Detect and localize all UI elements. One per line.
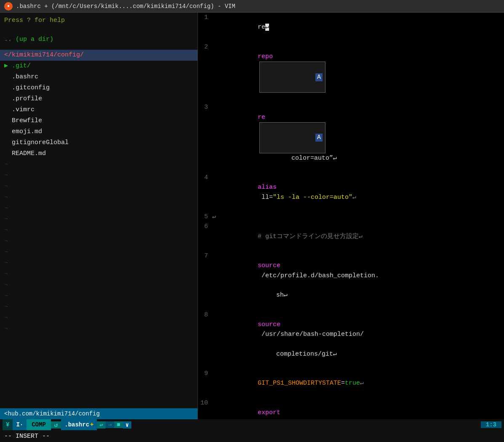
- status-reload-icon: ↺: [51, 421, 61, 429]
- file-gitignore[interactable]: gitignoreGlobal: [0, 137, 197, 148]
- current-dir[interactable]: </kimikimi714/config/: [0, 50, 197, 61]
- sidebar: Press ? for help .. (up a dir) </kimikim…: [0, 13, 198, 419]
- tilde-9: ~: [0, 247, 197, 258]
- tilde-4: ~: [0, 192, 197, 203]
- tilde-5: ~: [0, 203, 197, 214]
- tilde-16: ~: [0, 324, 197, 335]
- code-line-6: 6 # gitコマンドラインの見せ方設定↵: [198, 222, 504, 251]
- code-line-1: 1 re↵: [198, 13, 504, 42]
- code-line-2: 2 repo A: [198, 42, 504, 103]
- tilde-13: ~: [0, 291, 197, 302]
- file-gitconfig[interactable]: .gitconfig: [0, 83, 197, 94]
- file-vimrc[interactable]: .vimrc: [0, 104, 197, 115]
- tilde-3: ~: [0, 181, 197, 192]
- file-emoji[interactable]: emoji.md: [0, 126, 197, 137]
- title-text: .bashrc + (/mnt/c/Users/kimik....com/kim…: [16, 3, 235, 10]
- code-line-10: 10 export PS1='¥[¥033[32m¥]¥u@ ¥h¥[¥033[…: [198, 398, 504, 419]
- file-brewfile[interactable]: Brewfile: [0, 115, 197, 126]
- file-git[interactable]: ▶ .git/: [0, 61, 197, 72]
- code-line-5: 5 ↵: [198, 212, 504, 222]
- tilde-2: ~: [0, 170, 197, 181]
- up-dir[interactable]: .. (up a dir): [4, 36, 53, 43]
- tilde-10: ~: [0, 258, 197, 269]
- filename-text: .bashrc: [64, 421, 89, 428]
- code-line-4: 4 alias ll="ls -la --color=auto"↵: [198, 173, 504, 212]
- status-comp: COMP: [27, 419, 51, 430]
- tilde-14: ~: [0, 302, 197, 313]
- status-chevron: ∨: [123, 421, 131, 429]
- tilde-6: ~: [0, 214, 197, 225]
- editor-pane[interactable]: 1 re↵ 2 repo A 3: [198, 13, 504, 419]
- sidebar-files: </kimikimi714/config/ ▶ .git/ .bashrc .g…: [0, 48, 197, 409]
- status-yen: ¥: [3, 419, 13, 430]
- tilde-15: ~: [0, 313, 197, 324]
- status-square: ■: [114, 421, 123, 428]
- status-position: 1:3: [481, 421, 501, 428]
- status-arrow-right: →: [106, 421, 114, 428]
- tilde-12: ~: [0, 280, 197, 291]
- code-line-9: 9 GIT_PS1_SHOWDIRTYSTATE=true↵: [198, 369, 504, 398]
- code-area[interactable]: 1 re↵ 2 repo A 3: [198, 13, 504, 419]
- status-back-icon: ↩: [97, 421, 105, 429]
- editor-area: Press ? for help .. (up a dir) </kimikim…: [0, 13, 504, 419]
- status-filename: .bashrc +: [61, 419, 97, 430]
- file-bashrc[interactable]: .bashrc: [0, 72, 197, 83]
- insert-mode-bar: -- INSERT --: [0, 430, 504, 442]
- sidebar-help: Press ? for help .. (up a dir): [0, 13, 197, 48]
- main-container: Press ? for help .. (up a dir) </kimikim…: [0, 13, 504, 442]
- tilde-11: ~: [0, 269, 197, 280]
- tilde-7: ~: [0, 225, 197, 236]
- code-line-8: 8 source /usr/share/bash-completion/ com…: [198, 310, 504, 369]
- sidebar-path: <hub.com/kimikimi714/config: [0, 408, 197, 419]
- ubuntu-icon: ●: [4, 2, 13, 11]
- file-readme[interactable]: README.md: [0, 148, 197, 159]
- tilde-8: ~: [0, 236, 197, 247]
- code-line-3: 3 re A color=auto”↵: [198, 102, 504, 173]
- status-mode: I·: [13, 419, 27, 430]
- file-profile[interactable]: .profile: [0, 94, 197, 104]
- code-line-7: 7 source /etc/profile.d/bash_completion.…: [198, 251, 504, 310]
- title-bar: ● .bashrc + (/mnt/c/Users/kimik....com/k…: [0, 0, 504, 13]
- tilde-1: ~: [0, 159, 197, 170]
- modified-indicator: +: [90, 421, 93, 428]
- status-bar: ¥ I· COMP ↺ .bashrc + ↩ → ■ ∨ 1:3: [0, 419, 504, 430]
- insert-mode-text: -- INSERT --: [4, 433, 50, 440]
- help-text: Press ? for help: [4, 17, 65, 24]
